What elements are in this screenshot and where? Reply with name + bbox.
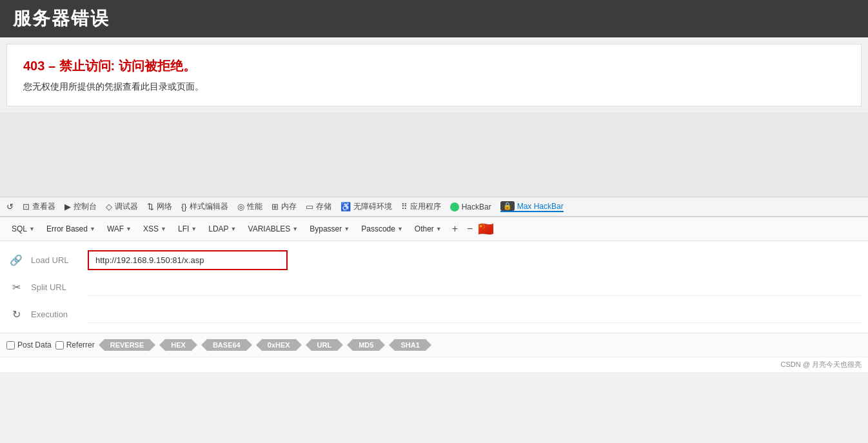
- ldap-button[interactable]: LDAP ▼: [203, 222, 241, 236]
- url-encode-button[interactable]: URL: [306, 339, 344, 351]
- execution-row: ↻ Execution: [6, 300, 862, 328]
- maxhackbar-label: Max HackBar: [517, 202, 564, 211]
- devtools-style-editor[interactable]: {} 样式编辑器: [181, 201, 228, 212]
- refresh-icon: [6, 202, 14, 212]
- network-icon: ⇅: [147, 202, 154, 212]
- error-based-button[interactable]: Error Based ▼: [41, 222, 101, 236]
- hackbar-label: HackBar: [462, 202, 491, 212]
- storage-label: 存储: [316, 201, 331, 212]
- maxhackbar-lock-icon: 🔒: [500, 201, 515, 211]
- referrer-checkbox[interactable]: [55, 341, 64, 349]
- devtools-memory[interactable]: ⊞ 内存: [271, 201, 297, 212]
- hex-encode-button[interactable]: HEX: [159, 339, 197, 351]
- devtools-storage[interactable]: ▭ 存储: [306, 201, 331, 212]
- base64-left-arrow-icon: [201, 339, 208, 351]
- devtools-bar: ⊡ 查看器 ▶ 控制台 ◇ 调试器 ⇅ 网络 {} 样式编辑器 ◎ 性能 ⊞ 内…: [0, 197, 868, 217]
- devtools-console[interactable]: ▶ 控制台: [64, 201, 97, 212]
- devtools-performance[interactable]: ◎ 性能: [237, 201, 262, 212]
- accessibility-icon: ♿: [340, 202, 351, 212]
- lfi-button[interactable]: LFI ▼: [173, 222, 202, 236]
- link-icon: 🔗: [6, 254, 26, 266]
- referrer-label: Referrer: [66, 340, 95, 349]
- devtools-inspector[interactable]: ⊡ 查看器: [23, 201, 55, 212]
- other-button[interactable]: Other ▼: [409, 222, 447, 236]
- md5-right-arrow-icon: [379, 339, 385, 351]
- debugger-icon: ◇: [106, 202, 112, 212]
- reverse-right-arrow-icon: [149, 339, 155, 351]
- devtools-refresh[interactable]: [6, 202, 14, 212]
- base64-encode-pair: BASE64: [201, 339, 252, 351]
- base64-label: BASE64: [208, 339, 246, 351]
- debugger-label: 调试器: [115, 201, 138, 212]
- footer-text: CSDN @ 月亮今天也很亮: [781, 360, 862, 368]
- sha1-encode-button[interactable]: SHA1: [389, 339, 431, 351]
- 0xhex-encode-button[interactable]: 0xHEX: [256, 339, 302, 351]
- post-data-checkbox-item[interactable]: Post Data: [6, 340, 52, 349]
- xss-button[interactable]: XSS ▼: [138, 222, 172, 236]
- split-url-input[interactable]: [88, 278, 862, 296]
- md5-label: MD5: [353, 339, 379, 351]
- devtools-accessibility[interactable]: ♿ 无障碍环境: [340, 201, 392, 212]
- sql-arrow-icon: ▼: [29, 226, 35, 232]
- execution-input[interactable]: [88, 305, 862, 323]
- reload-icon: ↻: [6, 308, 26, 320]
- footer-bar: CSDN @ 月亮今天也很亮: [0, 357, 868, 372]
- apps-label: 应用程序: [410, 201, 441, 212]
- storage-icon: ▭: [306, 202, 313, 212]
- 0xhex-right-arrow-icon: [295, 339, 302, 351]
- network-label: 网络: [157, 201, 172, 212]
- reverse-label: REVERSE: [105, 339, 150, 351]
- devtools-network[interactable]: ⇅ 网络: [147, 201, 172, 212]
- sha1-encode-pair: SHA1: [389, 339, 431, 351]
- hex-encode-pair: HEX: [159, 339, 197, 351]
- hex-right-arrow-icon: [191, 339, 197, 351]
- devtools-maxhackbar[interactable]: 🔒 Max HackBar: [500, 201, 564, 212]
- post-data-checkbox[interactable]: [6, 341, 15, 349]
- style-label: 样式编辑器: [190, 201, 228, 212]
- bypasser-button[interactable]: Bypasser ▼: [304, 222, 355, 236]
- error-content: 403 – 禁止访问: 访问被拒绝。 您无权使用所提供的凭据查看此目录或页面。: [6, 44, 862, 106]
- 0xhex-label: 0xHEX: [262, 339, 295, 351]
- devtools-hackbar[interactable]: HackBar: [450, 202, 491, 212]
- execution-label: Execution: [31, 310, 83, 319]
- style-icon: {}: [181, 202, 187, 212]
- lfi-arrow-icon: ▼: [191, 226, 197, 232]
- url-right-arrow-icon: [337, 339, 343, 351]
- base64-encode-button[interactable]: BASE64: [201, 339, 252, 351]
- gray-spacer: [0, 113, 868, 197]
- reverse-encode-button[interactable]: REVERSE: [99, 339, 156, 351]
- passcode-button[interactable]: Passcode ▼: [356, 222, 408, 236]
- add-button[interactable]: +: [448, 222, 462, 236]
- remove-button[interactable]: −: [463, 222, 477, 236]
- devtools-apps[interactable]: ⠿ 应用程序: [401, 201, 441, 212]
- reverse-encode-pair: REVERSE: [99, 339, 156, 351]
- toolbar-row: SQL ▼ Error Based ▼ WAF ▼ XSS ▼ LFI ▼ LD…: [0, 217, 868, 241]
- reverse-left-arrow-icon: [99, 339, 105, 351]
- md5-left-arrow-icon: [347, 339, 353, 351]
- variables-arrow-icon: ▼: [292, 226, 298, 232]
- error-code: 403 – 禁止访问: 访问被拒绝。: [23, 57, 845, 75]
- bypasser-arrow-icon: ▼: [344, 226, 350, 232]
- variables-button[interactable]: VARIABLES ▼: [243, 222, 304, 236]
- load-url-label: Load URL: [31, 255, 83, 265]
- md5-encode-button[interactable]: MD5: [347, 339, 385, 351]
- hackbar-dot-icon: [450, 202, 459, 212]
- md5-encode-pair: MD5: [347, 339, 385, 351]
- devtools-debugger[interactable]: ◇ 调试器: [106, 201, 138, 212]
- other-arrow-icon: ▼: [436, 226, 442, 232]
- post-data-label: Post Data: [17, 340, 52, 349]
- flag-icon: 🇨🇳: [478, 221, 494, 237]
- apps-icon: ⠿: [401, 202, 408, 212]
- 0xhex-left-arrow-icon: [256, 339, 262, 351]
- sha1-label: SHA1: [395, 339, 424, 351]
- split-url-row: ✂ Split URL: [6, 273, 862, 300]
- memory-icon: ⊞: [271, 202, 279, 212]
- waf-arrow-icon: ▼: [126, 226, 132, 232]
- accessibility-label: 无障碍环境: [353, 201, 392, 212]
- waf-button[interactable]: WAF ▼: [102, 222, 137, 236]
- hex-left-arrow-icon: [159, 339, 166, 351]
- load-url-input[interactable]: [88, 250, 288, 270]
- passcode-arrow-icon: ▼: [397, 226, 403, 232]
- sql-button[interactable]: SQL ▼: [6, 222, 40, 236]
- referrer-checkbox-item[interactable]: Referrer: [55, 340, 95, 349]
